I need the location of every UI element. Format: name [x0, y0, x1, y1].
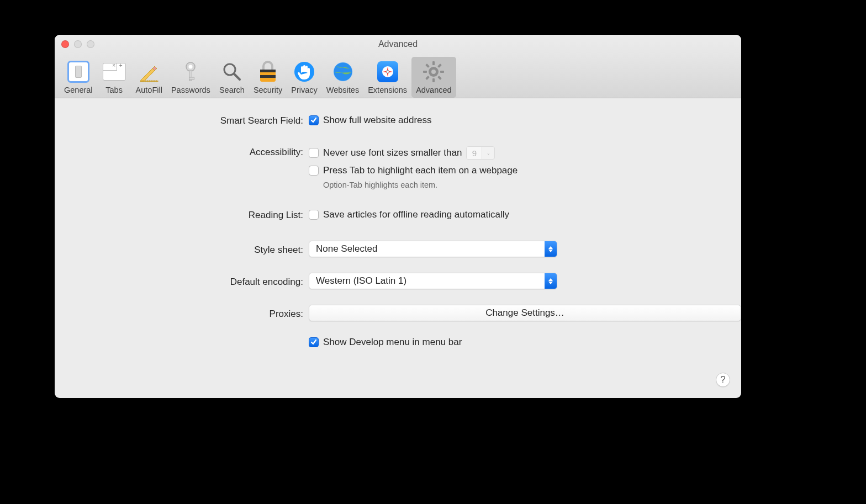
svg-rect-9 [260, 75, 276, 78]
svg-rect-0 [140, 81, 158, 82]
tab-label: AutoFill [136, 86, 162, 94]
show-full-address-checkbox[interactable] [309, 115, 319, 125]
general-icon [66, 59, 91, 84]
chevron-down-icon[interactable]: ⌄ [482, 147, 494, 159]
save-offline-checkbox[interactable] [309, 210, 319, 220]
develop-menu-row[interactable]: Show Develop menu in menu bar [309, 337, 741, 348]
show-full-address-text: Show full website address [323, 115, 432, 126]
tab-label: Security [254, 86, 282, 94]
tab-label: Advanced [416, 86, 452, 94]
tab-tabs[interactable]: Tabs [97, 57, 131, 98]
min-font-checkbox[interactable] [309, 148, 319, 158]
content-area: Smart Search Field: Show full website ad… [55, 98, 741, 398]
popup-arrows-icon [545, 273, 557, 289]
popup-arrows-icon [545, 241, 557, 257]
tab-security[interactable]: Security [249, 57, 287, 98]
min-font-value: 9 [467, 147, 482, 159]
stepper-arrows[interactable]: ⌄ [482, 147, 494, 159]
svg-point-14 [386, 71, 389, 73]
press-tab-text: Press Tab to highlight each item on a we… [323, 165, 518, 176]
svg-rect-21 [426, 76, 430, 80]
style-sheet-popup[interactable]: None Selected [309, 241, 557, 257]
min-font-row[interactable]: Never use font sizes smaller than 9 ⌄ [309, 146, 741, 160]
search-icon [219, 59, 245, 84]
svg-rect-19 [440, 71, 444, 73]
default-encoding-popup[interactable]: Western (ISO Latin 1) [309, 273, 557, 289]
preferences-toolbar: General Tabs AutoFill Passwords Search [55, 55, 741, 98]
svg-rect-17 [432, 78, 435, 82]
svg-rect-18 [423, 71, 427, 73]
change-settings-text: Change Settings… [485, 307, 564, 319]
globe-icon [330, 59, 356, 84]
preferences-window: Advanced General Tabs AutoFill Passwords [55, 35, 741, 398]
tab-search[interactable]: Search [215, 57, 249, 98]
help-icon: ? [720, 374, 725, 385]
key-icon [178, 59, 203, 84]
autofill-icon [136, 59, 162, 84]
tab-label: General [64, 86, 93, 94]
lock-icon [255, 59, 281, 84]
tab-privacy[interactable]: Privacy [287, 57, 322, 98]
svg-line-6 [234, 74, 240, 79]
help-button[interactable]: ? [716, 373, 730, 387]
accessibility-label: Accessibility: [55, 146, 309, 158]
min-font-stepper[interactable]: 9 ⌄ [466, 146, 495, 160]
press-tab-row[interactable]: Press Tab to highlight each item on a we… [309, 165, 741, 176]
extensions-icon [375, 59, 400, 84]
develop-menu-checkbox[interactable] [309, 337, 319, 347]
proxies-label: Proxies: [55, 306, 309, 320]
show-full-address-row[interactable]: Show full website address [309, 115, 741, 126]
hand-icon [292, 59, 317, 84]
tab-label: Websites [326, 86, 359, 94]
svg-rect-23 [437, 76, 442, 80]
reading-list-label: Reading List: [55, 209, 309, 221]
accessibility-hint: Option-Tab highlights each item. [323, 181, 741, 189]
titlebar: Advanced [55, 35, 741, 55]
default-encoding-label: Default encoding: [55, 274, 309, 288]
style-sheet-label: Style sheet: [55, 242, 309, 256]
svg-point-2 [189, 65, 193, 69]
tabs-icon [102, 59, 127, 84]
change-settings-button[interactable]: Change Settings… [309, 305, 741, 321]
tab-general[interactable]: General [60, 57, 97, 98]
svg-rect-20 [437, 63, 442, 68]
default-encoding-value: Western (ISO Latin 1) [316, 275, 406, 287]
window-title: Advanced [55, 39, 741, 49]
svg-rect-4 [189, 77, 194, 79]
tab-label: Tabs [105, 86, 123, 94]
save-offline-text: Save articles for offline reading automa… [323, 209, 509, 220]
tab-advanced[interactable]: Advanced [411, 57, 456, 98]
tab-label: Passwords [171, 86, 210, 94]
tab-websites[interactable]: Websites [322, 57, 363, 98]
press-tab-checkbox[interactable] [309, 166, 319, 176]
svg-rect-8 [260, 70, 276, 72]
tab-autofill[interactable]: AutoFill [131, 57, 167, 98]
smart-search-label: Smart Search Field: [55, 115, 309, 126]
min-font-text: Never use font sizes smaller than [323, 147, 462, 158]
save-offline-row[interactable]: Save articles for offline reading automa… [309, 209, 741, 220]
style-sheet-value: None Selected [316, 243, 378, 254]
svg-rect-16 [432, 61, 435, 65]
develop-menu-text: Show Develop menu in menu bar [323, 337, 462, 348]
svg-rect-22 [426, 63, 430, 68]
tab-extensions[interactable]: Extensions [363, 57, 411, 98]
gear-icon [421, 59, 446, 84]
svg-point-24 [431, 70, 436, 74]
tab-passwords[interactable]: Passwords [167, 57, 215, 98]
tab-label: Extensions [368, 86, 407, 94]
tab-label: Privacy [291, 86, 318, 94]
tab-label: Search [219, 86, 245, 94]
